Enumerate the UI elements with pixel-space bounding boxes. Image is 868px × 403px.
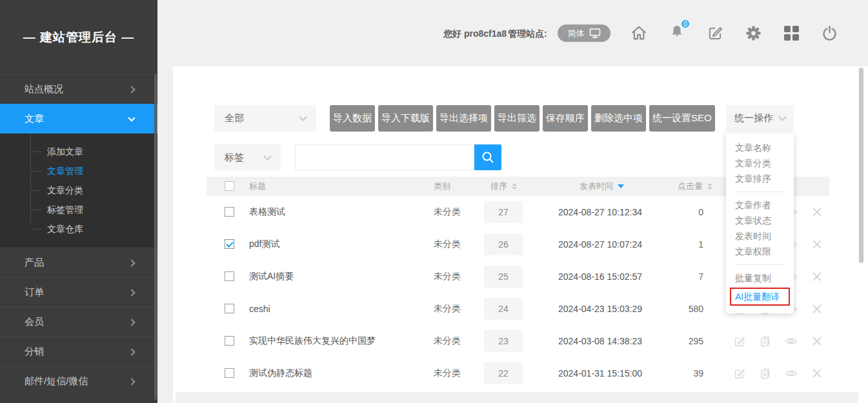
menu-item[interactable]: 文章作者 xyxy=(726,197,794,213)
row-order-input[interactable]: 26 xyxy=(484,233,523,255)
column-clicks[interactable]: 点击量 xyxy=(678,177,712,196)
search-button[interactable] xyxy=(474,144,501,170)
monitor-icon xyxy=(589,28,601,39)
sidebar: — 建站管理后台 — 站点概况 文章 添加文章 文章管理 文章分类 标签管理 文… xyxy=(0,0,157,403)
category-filter-select[interactable]: 全部 xyxy=(214,105,316,132)
column-order[interactable]: 排序 xyxy=(490,177,517,196)
row-order-input[interactable]: 25 xyxy=(484,266,523,288)
row-publish-time: 2024-03-08 14:38:23 xyxy=(558,325,642,357)
row-title[interactable]: 表格测试 xyxy=(249,196,285,228)
toolbar-button-5[interactable]: 删除选中项 xyxy=(591,105,646,132)
delete-icon[interactable] xyxy=(811,367,823,380)
sidebar-item-label: 邮件/短信/微信 xyxy=(25,375,88,388)
menu-item-ai-batch-translate[interactable]: AI批量翻译 xyxy=(730,288,790,306)
sidebar-item-3[interactable]: 分销 xyxy=(0,337,157,366)
menu-item[interactable]: 发表时间 xyxy=(726,228,794,244)
sidebar-item-4[interactable]: 邮件/短信/微信 xyxy=(0,366,157,396)
row-category: 未分类 xyxy=(434,196,461,228)
row-title[interactable]: 实现中华民族伟大复兴的中国梦 xyxy=(249,325,376,357)
chevron-right-icon xyxy=(128,348,135,355)
menu-item[interactable]: 批量复制 xyxy=(726,270,794,286)
table-row-4: 实现中华民族伟大复兴的中国梦 未分类 23 2024-03-08 14:38:2… xyxy=(207,325,829,357)
row-checkbox[interactable] xyxy=(225,207,234,217)
chevron-right-icon xyxy=(128,378,135,385)
copy-icon[interactable] xyxy=(759,335,772,348)
row-clicks: 7 xyxy=(665,260,703,293)
gear-icon[interactable] xyxy=(743,23,763,43)
toolbar-button-4[interactable]: 保存顺序 xyxy=(543,105,588,132)
sidebar-subitem-1[interactable]: 文章管理 xyxy=(0,161,157,181)
compose-icon[interactable] xyxy=(705,23,725,43)
delete-icon[interactable] xyxy=(811,270,823,283)
sidebar-item-label: 站点概况 xyxy=(25,83,63,95)
row-publish-time: 2024-08-16 15:02:57 xyxy=(558,260,642,293)
unified-action-label: 统一操作 xyxy=(734,112,773,124)
row-checkbox[interactable] xyxy=(225,239,234,249)
row-checkbox[interactable] xyxy=(225,336,234,346)
menu-item[interactable]: 文章排序 xyxy=(726,171,794,186)
menu-item[interactable]: 文章状态 xyxy=(726,213,794,228)
sidebar-item-label: 订单 xyxy=(25,286,44,299)
tag-filter-select[interactable]: 标签 xyxy=(214,144,281,170)
sort-icons xyxy=(707,183,712,190)
delete-icon[interactable] xyxy=(811,238,823,251)
toolbar-button-0[interactable]: 导入数据 xyxy=(330,105,375,132)
column-title: 标题 xyxy=(249,177,266,196)
edit-icon[interactable] xyxy=(733,335,746,348)
menu-item[interactable]: 文章权限 xyxy=(726,244,794,259)
unified-action-menu: 文章名称文章分类文章排序文章作者文章状态发表时间文章权限批量复制AI批量翻译 xyxy=(726,133,794,313)
content-scrollbar[interactable] xyxy=(859,68,863,263)
row-order-input[interactable]: 23 xyxy=(484,330,523,352)
view-icon[interactable] xyxy=(785,335,798,348)
row-order-input[interactable]: 24 xyxy=(484,298,523,320)
apps-grid-icon[interactable] xyxy=(782,23,801,43)
search-input[interactable] xyxy=(295,144,474,170)
sidebar-bottom: 产品 订单 会员 分销 邮件/短信/微信 xyxy=(0,248,157,396)
chevron-right-icon xyxy=(128,259,135,266)
column-publish-time[interactable]: 发表时间 xyxy=(580,177,624,196)
sidebar-item-2[interactable]: 会员 xyxy=(0,307,157,337)
sidebar-item-0[interactable]: 产品 xyxy=(0,248,157,277)
sidebar-subitem-3[interactable]: 标签管理 xyxy=(0,200,157,219)
delete-icon[interactable] xyxy=(811,302,823,315)
language-switch-pill[interactable]: 简体 xyxy=(558,25,611,42)
sidebar-item-site-overview[interactable]: 站点概况 xyxy=(0,74,157,104)
row-checkbox[interactable] xyxy=(225,271,234,281)
row-title[interactable]: 测试伪静态标题 xyxy=(249,357,312,389)
row-title[interactable]: 测试AI摘要 xyxy=(249,260,294,293)
sort-desc-icon xyxy=(618,184,624,188)
notifications-bell-icon[interactable]: 0 xyxy=(667,23,687,43)
sidebar-subitem-4[interactable]: 文章仓库 xyxy=(0,219,157,239)
copy-icon[interactable] xyxy=(759,367,772,380)
toolbar-button-1[interactable]: 导入下载版 xyxy=(378,105,433,132)
menu-item[interactable]: 文章分类 xyxy=(726,155,794,171)
language-label: 简体 xyxy=(568,28,585,39)
sidebar-scrollbar[interactable] xyxy=(154,74,157,400)
row-order-input[interactable]: 27 xyxy=(484,201,523,223)
toolbar-button-6[interactable]: 统一设置SEO xyxy=(649,105,715,132)
power-icon[interactable] xyxy=(820,23,839,43)
toolbar-button-2[interactable]: 导出选择项 xyxy=(436,105,491,132)
select-all-checkbox[interactable] xyxy=(225,181,234,191)
sidebar-subitem-2[interactable]: 文章分类 xyxy=(0,181,157,200)
delete-icon[interactable] xyxy=(811,206,823,219)
row-order-input[interactable]: 22 xyxy=(484,362,523,384)
row-checkbox[interactable] xyxy=(225,304,234,313)
view-icon[interactable] xyxy=(785,367,798,380)
sidebar-submenu: 添加文章 文章管理 文章分类 标签管理 文章仓库 xyxy=(0,133,157,248)
delete-icon[interactable] xyxy=(811,335,823,348)
home-icon[interactable] xyxy=(629,23,649,43)
sidebar-subitem-0[interactable]: 添加文章 xyxy=(0,142,157,161)
sidebar-item-1[interactable]: 订单 xyxy=(0,277,157,307)
row-checkbox[interactable] xyxy=(225,368,234,378)
search-icon xyxy=(481,150,495,164)
edit-icon[interactable] xyxy=(733,367,746,380)
chevron-down-icon xyxy=(778,113,787,121)
unified-action-select[interactable]: 统一操作 xyxy=(726,105,794,132)
menu-item[interactable]: 文章名称 xyxy=(726,140,794,155)
sort-icons xyxy=(512,183,517,190)
sidebar-item-articles[interactable]: 文章 xyxy=(0,104,157,133)
row-title[interactable]: pdf测试 xyxy=(249,228,279,260)
toolbar-button-3[interactable]: 导出筛选 xyxy=(494,105,540,132)
row-title[interactable]: ceshi xyxy=(249,293,270,325)
